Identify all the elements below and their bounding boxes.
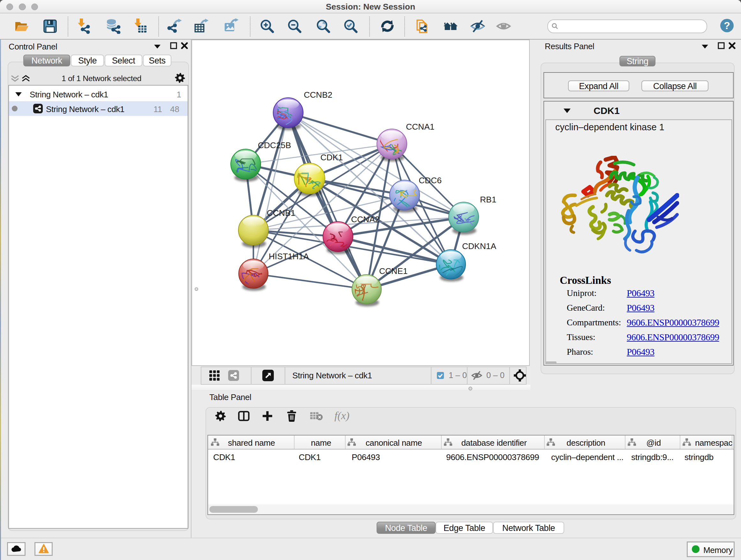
svg-text:CCNA1: CCNA1 <box>406 122 434 132</box>
svg-text:CCNB2: CCNB2 <box>304 90 332 100</box>
svg-text:CCNE1: CCNE1 <box>379 266 408 276</box>
svg-text:CDC6: CDC6 <box>419 176 442 185</box>
svg-text:RB1: RB1 <box>480 195 496 204</box>
svg-text:CCNA2: CCNA2 <box>351 214 380 224</box>
svg-text:HIST1H1A: HIST1H1A <box>269 252 309 261</box>
svg-text:CDKN1A: CDKN1A <box>462 241 496 251</box>
svg-text:CDC25B: CDC25B <box>258 140 291 150</box>
svg-text:CDK1: CDK1 <box>320 152 343 162</box>
svg-text:CCNB1: CCNB1 <box>267 208 295 218</box>
